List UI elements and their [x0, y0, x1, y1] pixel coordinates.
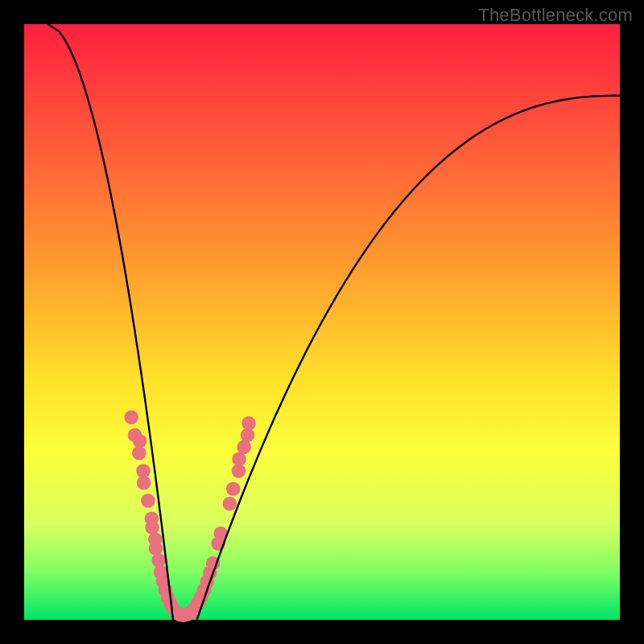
outer-frame: TheBottleneck.com	[0, 0, 644, 644]
chart-svg	[24, 24, 620, 620]
bead-point	[237, 440, 251, 455]
bead-point	[141, 493, 155, 508]
chart-plot-area	[24, 24, 620, 620]
bead-point	[151, 553, 166, 568]
scatter-beads	[124, 411, 255, 622]
bead-point	[223, 497, 237, 511]
bead-point	[145, 521, 159, 535]
bead-point	[226, 481, 241, 496]
curve-right-branch	[197, 96, 620, 620]
watermark-text: TheBottleneck.com	[478, 5, 633, 26]
bead-point	[124, 411, 138, 425]
bead-point	[242, 416, 256, 431]
bead-point	[149, 541, 163, 555]
bead-point	[137, 476, 151, 490]
bead-point	[133, 434, 147, 448]
